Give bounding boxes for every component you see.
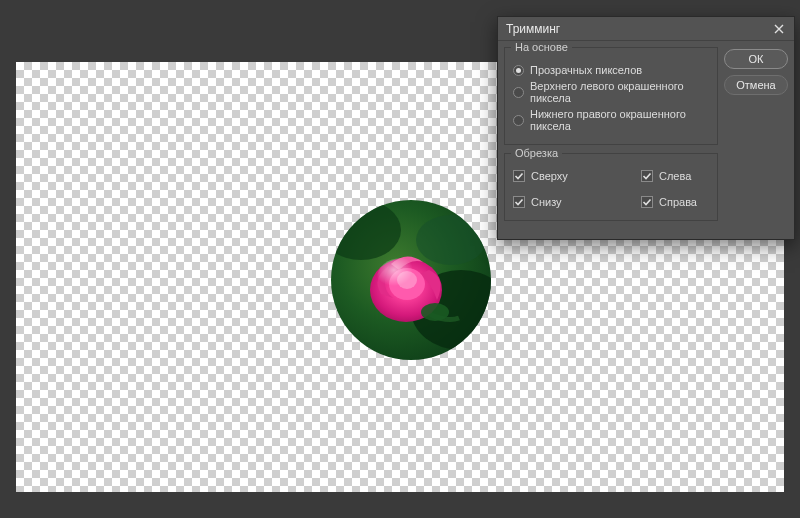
radio-icon [513,65,524,76]
radio-icon [513,87,524,98]
radio-transparent-pixels[interactable]: Прозрачных пикселов [513,64,709,76]
svg-point-3 [416,215,486,265]
close-icon[interactable] [772,22,786,36]
checkbox-icon [641,170,653,182]
radio-top-left-pixel[interactable]: Верхнего левого окрашенного пиксела [513,80,709,104]
svg-point-7 [377,258,425,298]
canvas-image-rose [331,200,491,360]
checkbox-icon [513,196,525,208]
svg-point-8 [421,303,449,321]
radio-label: Верхнего левого окрашенного пиксела [530,80,709,104]
radio-label: Нижнего правого окрашенного пиксела [530,108,709,132]
check-label: Справа [659,196,697,208]
dialog-titlebar[interactable]: Тримминг [498,17,794,41]
ok-button[interactable]: ОК [724,49,788,69]
group-based-on: На основе Прозрачных пикселов Верхнего л… [504,47,718,145]
checkbox-icon [641,196,653,208]
check-right[interactable]: Справа [641,196,709,208]
dialog-title: Тримминг [506,22,560,36]
radio-bottom-right-pixel[interactable]: Нижнего правого окрашенного пиксела [513,108,709,132]
check-label: Снизу [531,196,562,208]
radio-icon [513,115,524,126]
trim-dialog: Тримминг На основе Прозрачных пикселов В… [497,16,795,240]
check-bottom[interactable]: Снизу [513,196,581,208]
cancel-button[interactable]: Отмена [724,75,788,95]
check-label: Сверху [531,170,568,182]
checkbox-icon [513,170,525,182]
group-crop: Обрезка Сверху Слева [504,153,718,221]
group-legend: Обрезка [511,147,562,159]
check-label: Слева [659,170,691,182]
check-left[interactable]: Слева [641,170,709,182]
radio-label: Прозрачных пикселов [530,64,642,76]
group-legend: На основе [511,41,572,53]
check-top[interactable]: Сверху [513,170,581,182]
